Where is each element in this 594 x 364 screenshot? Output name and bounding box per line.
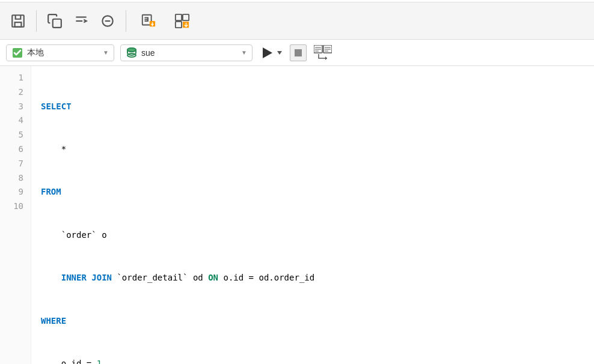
stop-button[interactable]: [290, 44, 307, 61]
code-line-3: FROM: [41, 185, 584, 199]
code-line-6: WHERE: [41, 314, 584, 329]
svg-marker-31: [325, 56, 327, 60]
line-num-6: 6: [0, 142, 31, 157]
divider-1: [36, 10, 37, 32]
format-button[interactable]: [69, 9, 93, 33]
line-num-3: 3: [0, 100, 31, 114]
grid-export-button[interactable]: [167, 9, 197, 33]
run-button[interactable]: [259, 44, 275, 61]
line-num-1: 1: [0, 71, 31, 85]
line-num-4: 4: [0, 114, 31, 128]
line-num-5: 5: [0, 128, 31, 142]
svg-rect-22: [295, 49, 302, 56]
svg-rect-13: [176, 21, 182, 27]
db-select[interactable]: sue ▼: [120, 44, 253, 61]
svg-marker-21: [277, 51, 282, 55]
line-num-9: 9: [0, 185, 31, 199]
code-line-7: o.id = 1: [41, 357, 584, 364]
code-editor[interactable]: SELECT * FROM `order` o INNER JOIN `orde…: [31, 66, 594, 364]
svg-rect-1: [15, 22, 22, 27]
line-num-10: 10: [0, 199, 31, 214]
local-icon: [11, 47, 23, 59]
code-line-5: INNER JOIN `order_detail` od ON o.id = o…: [41, 271, 584, 285]
selects-row: 本地 ▼ sue ▼: [0, 40, 594, 66]
run-dropdown-button[interactable]: [275, 44, 284, 61]
svg-point-19: [127, 48, 136, 52]
divider-2: [126, 10, 126, 32]
db-label: sue: [141, 48, 237, 58]
editor-area[interactable]: 1 2 3 4 5 6 7 8 9 10 SELECT * FROM `orde…: [0, 66, 594, 364]
db-arrow-icon: ▼: [241, 49, 247, 56]
line-num-8: 8: [0, 171, 31, 186]
local-label: 本地: [27, 47, 99, 58]
code-line-1: SELECT: [41, 100, 584, 114]
code-line-2: *: [41, 142, 584, 157]
line-numbers: 1 2 3 4 5 6 7 8 9 10: [0, 66, 31, 364]
save-button[interactable]: [6, 9, 30, 33]
svg-rect-0: [12, 15, 24, 27]
local-arrow-icon: ▼: [103, 49, 109, 56]
wrap-button[interactable]: [96, 9, 120, 33]
copy-button[interactable]: [43, 9, 67, 33]
svg-marker-20: [263, 47, 272, 58]
local-db-select[interactable]: 本地 ▼: [6, 44, 114, 61]
svg-rect-11: [176, 14, 182, 20]
toolbar: [0, 2, 594, 40]
line-num-7: 7: [0, 157, 31, 171]
run-button-group[interactable]: [259, 44, 284, 61]
line-num-2: 2: [0, 85, 31, 100]
export-button[interactable]: [132, 9, 165, 33]
code-line-4: `order` o: [41, 228, 584, 243]
commit-button[interactable]: [313, 44, 333, 61]
svg-rect-2: [53, 19, 61, 27]
svg-rect-12: [183, 14, 189, 20]
db-icon: [126, 47, 138, 59]
